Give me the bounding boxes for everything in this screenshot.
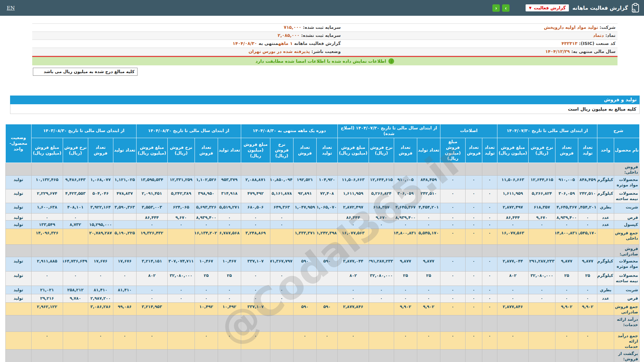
cell-t0730-mablagh: ۰ — [497, 220, 528, 229]
section-row: فروش داخلی: — [5, 163, 639, 175]
cell-eslahat-forush: ۰ — [465, 220, 482, 229]
data-row: قرصعدد۰۰۰۰۰۰۰۰۰۰۰۰۰۰۰۰۰۲,۹۸۷,۲۰۰۹,۷۸۰۲۹,… — [5, 294, 639, 303]
cell-y0330-mablagh: ۱۴,۰۹۶,۳۲۶ — [31, 229, 63, 244]
cell-cor0730-forush: ۹,۸۷۷ — [394, 257, 417, 272]
cell-y0330-tolid: ۱۷,۶۷۶ — [113, 257, 136, 272]
cell-dore-nerkh — [270, 229, 293, 244]
cell-dore-mablagh — [241, 315, 270, 331]
cell-t0730-mablagh: ۲,۸۷۲,۴۹۷ — [497, 203, 528, 213]
cell-eslahat-tolid: ۰ — [482, 189, 497, 203]
cell-cor0730-nerkh: ۳۲,۰۸۰,۰۰۰ — [369, 272, 394, 286]
cell-y0830-tolid — [218, 315, 241, 331]
cell-y0830-tolid: ۱۰,۴۹۲ — [218, 303, 241, 315]
cell-y0330-forush: ۱۷,۶۷۶ — [88, 257, 113, 272]
cell-dore-forush: ۰ — [293, 331, 316, 350]
cell-y0330-mablagh: ۰ — [31, 272, 63, 286]
cell-y0330-forush: ۰ — [88, 272, 113, 286]
cell-t0730-nerkh — [528, 163, 555, 175]
section-row: درآمد ارائه خدمات: — [5, 315, 639, 331]
cell-y0830-nerkh: ۰ — [167, 220, 195, 229]
cell-y0330-forush: ۳,۰۸۶,۲۸۶ — [88, 303, 113, 315]
cell-y0330-mablagh: ۲,۹۱۱,۸۸۵ — [31, 257, 63, 272]
cell-cor0730-nerkh — [369, 303, 394, 315]
cell-cor0730-nerkh: ۱۲,۶۴۴,۶۱۵ — [369, 175, 394, 189]
data-row: محصولات مواد موثرهکیلوگرم۸۴۸,۴۵۹۹۱۰,۰۰۵۱… — [5, 175, 639, 189]
cell-y0830-mablagh — [136, 315, 167, 331]
cell-y0830-mablagh: ۰ — [136, 286, 167, 294]
cell-y0330-forush: ۲۰,۷۸۹,۲۸۷ — [88, 229, 113, 244]
cell-t0730-nerkh — [528, 315, 555, 331]
cell-cor0730-forush — [394, 244, 417, 257]
cell-unit — [597, 303, 614, 315]
cell-unit: کیلوگرم — [597, 257, 614, 272]
cell-eslahat-tolid: ۰ — [482, 175, 497, 189]
column-header: نرخ فروش (ریال) — [369, 138, 394, 163]
cell-y0330-forush: ۲,۹۸۷,۲۰۰ — [88, 294, 113, 303]
data-row: محصولات نیمه ساختهکیلوگرم۲۵۲۵۳۲,۰۸۰,۰۰۰۸… — [5, 272, 639, 286]
page-title: گزارش فعالیت ماهانه — [572, 5, 628, 11]
cell-dore-mablagh: ۰ — [241, 286, 270, 294]
column-header: نرخ فروش (ریال) — [270, 138, 293, 163]
cell-dore-nerkh — [270, 163, 293, 175]
cell-status: تولید — [5, 257, 31, 272]
cell-y0830-forush — [195, 244, 218, 257]
cell-cor0730-mablagh: ۲,۸۷۷,۰۴۴ — [337, 257, 369, 272]
cell-y0330-mablagh: ۲۹,۲۱۶ — [31, 294, 63, 303]
report-type-dropdown[interactable]: گزارش فعالیت ▼ — [526, 4, 569, 11]
info-row: شرکت: تولید مواد اولیه داروپخشسرمایه ثبت… — [32, 24, 618, 32]
cell-cor0730-forush — [394, 315, 417, 331]
cell-cor0730-tolid: ۰ — [417, 331, 440, 350]
cell-status: تولید — [5, 175, 31, 189]
cell-y0330-nerkh — [63, 315, 88, 331]
previous-report-button[interactable]: ‹ — [492, 4, 500, 12]
column-header: مبلغ فروش (میلیون ریال) — [31, 138, 63, 163]
cell-cor0730-mablagh: ۰ — [337, 220, 369, 229]
cell-cor0730-forush: ۰ — [394, 286, 417, 294]
cell-y0330-forush: ۳,۹۲۲,۱۶۴ — [88, 203, 113, 213]
cell-y0330-nerkh — [63, 303, 88, 315]
cell-cor0730-tolid: ۹,۸۷۷ — [417, 257, 440, 272]
cell-status: تولید — [5, 272, 31, 286]
cell-y0330-nerkh — [63, 350, 88, 362]
cell-y0830-forush — [195, 163, 218, 175]
cell-t0730-tolid: ۰ — [578, 286, 597, 294]
cell-t0730-nerkh: ۰ — [528, 286, 555, 294]
info-field: وضعیت ناشر: پذیرفته شده در بورس تهران — [32, 48, 343, 56]
signed-info-notice-bar: i اطلاعات نمایش داده شده با اطلاعات امضا… — [32, 57, 618, 65]
cell-dore-tolid: ۱۰۴,۹۲۰ — [316, 175, 337, 189]
cell-t0730-tolid: ۲۴۲,۵۱۰ — [578, 189, 597, 203]
cell-unit: کیلوگرم — [597, 189, 614, 203]
english-language-link[interactable]: EN — [7, 5, 15, 11]
section-row: فروش صادراتی: — [5, 244, 639, 257]
cell-dore-forush — [293, 244, 316, 257]
cell-dore-mablagh: ۰ — [241, 213, 270, 220]
cell-cor0730-mablagh: ۰ — [337, 331, 369, 350]
cell-t0730-mablagh — [497, 350, 528, 362]
cell-cor0730-forush: ۹,۹۰۲ — [394, 303, 417, 315]
column-header: تعداد فروش — [394, 138, 417, 163]
cell-t0730-forush: ۱۴,۸۰۰,۸۳۱ — [555, 229, 578, 244]
cell-cor0730-mablagh — [337, 315, 369, 331]
info-row: سال مالی منتهی به: ۱۴۰۴/۱۲/۲۹وضعیت ناشر:… — [32, 48, 618, 56]
cell-t0730-nerkh: ۹,۶۷۰ — [528, 213, 555, 220]
total-row: جمع فروش صادراتی۹,۹۰۲۹,۹۰۲۲,۸۷۷,۸۴۶۰۰۰۹,… — [5, 303, 639, 315]
cell-t0730-mablagh — [497, 163, 528, 175]
cell-eslahat-mablagh: ۰ — [440, 272, 465, 286]
cell-y0830-forush: ۵,۶۹۳,۳۲۶ — [195, 203, 218, 213]
total-row: جمع فروش داخلی۵,۵۴۵,۱۷۰۱۴,۸۰۰,۸۳۱۱۶,۰۷۷,… — [5, 229, 639, 244]
cell-y0830-mablagh: ۸۰۲ — [136, 272, 167, 286]
cell-cor0730-mablagh: ۲,۸۷۷,۸۴۶ — [337, 303, 369, 315]
cell-y0830-nerkh: ۰ — [167, 286, 195, 294]
cell-dore-forush — [293, 272, 316, 286]
cell-dore-forush: ۱,۰۴۷,۹۵۹ — [293, 203, 316, 213]
cell-dore-tolid: ۷۲,۴۰۸ — [316, 189, 337, 203]
cell-status — [5, 303, 31, 315]
cell-y0830-forush: ۸,۹۳۹,۴۰۰ — [195, 213, 218, 220]
cell-t0730-mablagh: ۱۶,۰۷۷,۵۶۳ — [497, 229, 528, 244]
cell-unit: بطري — [597, 286, 614, 294]
cell-y0330-mablagh: ۱,۶۰۰,۶۳۸ — [31, 203, 63, 213]
cell-dore-mablagh: ۴۷۹,۴۹۲ — [241, 189, 270, 203]
cell-t0730-tolid — [578, 315, 597, 331]
cell-eslahat-tolid: ۰ — [482, 331, 497, 350]
next-report-button[interactable]: › — [502, 4, 509, 12]
